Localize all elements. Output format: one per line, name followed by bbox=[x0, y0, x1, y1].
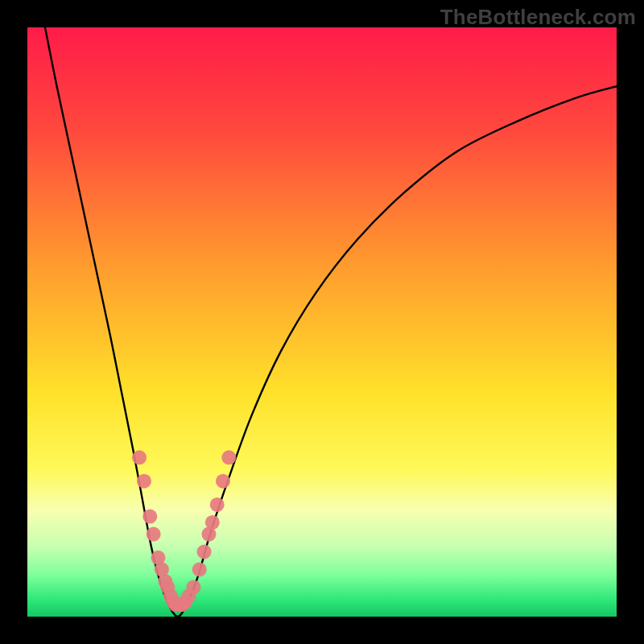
bottleneck-curve bbox=[45, 27, 617, 617]
svg-point-20 bbox=[205, 515, 220, 530]
svg-point-17 bbox=[192, 562, 207, 576]
svg-point-2 bbox=[137, 474, 151, 489]
watermark-text: TheBottleneck.com bbox=[440, 5, 636, 30]
svg-point-16 bbox=[186, 580, 200, 594]
chart-svg bbox=[0, 0, 644, 644]
svg-point-22 bbox=[216, 474, 230, 489]
svg-point-3 bbox=[142, 510, 157, 524]
chart-frame: TheBottleneck.com bbox=[0, 0, 644, 644]
highlight-dots bbox=[132, 450, 236, 612]
svg-point-18 bbox=[197, 544, 212, 559]
svg-point-1 bbox=[132, 450, 147, 464]
svg-point-4 bbox=[147, 527, 161, 542]
svg-point-23 bbox=[221, 450, 236, 464]
svg-point-21 bbox=[210, 497, 225, 512]
